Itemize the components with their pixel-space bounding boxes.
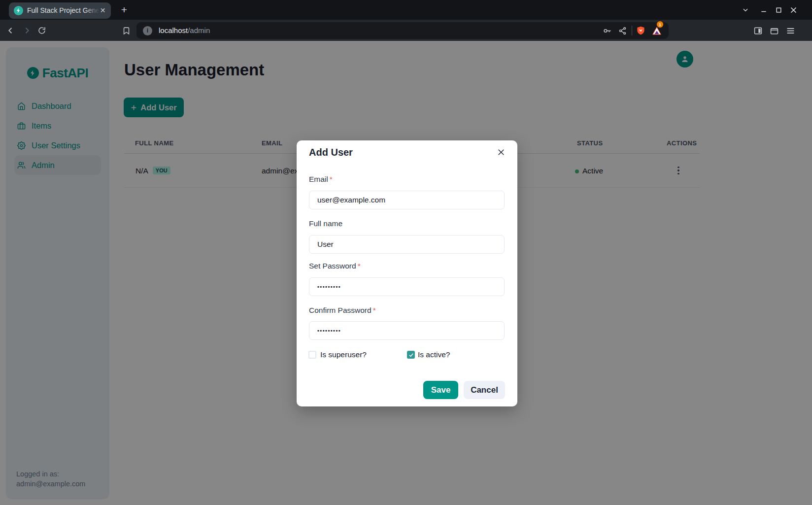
page-content: FastAPI Dashboard Items	[0, 41, 812, 505]
check-icon	[408, 352, 414, 358]
full-name-label: Full name	[309, 219, 342, 228]
browser-tab-bar: Full Stack Project Genera ✕ +	[0, 0, 812, 20]
is-superuser-label: Is superuser?	[320, 350, 367, 359]
browser-toolbar: i localhost/admin 1	[0, 20, 812, 41]
wallet-icon[interactable]	[769, 26, 779, 35]
bookmark-icon[interactable]	[121, 26, 131, 35]
share-icon[interactable]	[617, 26, 627, 35]
full-name-field[interactable]	[309, 235, 505, 254]
tab-search-chevron-icon[interactable]	[740, 4, 751, 15]
cancel-button[interactable]: Cancel	[464, 381, 505, 399]
add-user-modal: Add User Email* Full name Set Password* …	[297, 140, 517, 406]
brave-shield-icon[interactable]	[636, 26, 645, 35]
sidebar-toggle-icon[interactable]	[753, 26, 763, 35]
site-info-icon[interactable]: i	[143, 26, 152, 35]
browser-window: Full Stack Project Genera ✕ +	[0, 0, 812, 505]
window-minimize-button[interactable]	[758, 4, 769, 15]
required-marker: *	[373, 306, 376, 314]
email-label: Email*	[309, 175, 333, 184]
browser-tab[interactable]: Full Stack Project Genera ✕	[9, 2, 111, 19]
window-maximize-button[interactable]	[773, 4, 784, 15]
confirm-password-label: Confirm Password*	[309, 306, 376, 315]
required-marker: *	[358, 262, 361, 270]
reload-button[interactable]	[37, 26, 47, 35]
is-active-label: Is active?	[418, 350, 450, 359]
required-marker: *	[330, 175, 333, 183]
forward-button[interactable]	[22, 26, 32, 35]
set-password-field[interactable]	[309, 277, 505, 296]
address-bar[interactable]: i localhost/admin 1	[136, 22, 669, 39]
url-text: localhost/admin	[159, 26, 210, 34]
menu-hamburger-icon[interactable]	[785, 26, 795, 35]
set-password-label: Set Password*	[309, 262, 361, 270]
save-button[interactable]: Save	[423, 381, 458, 399]
is-superuser-checkbox[interactable]	[308, 351, 316, 359]
checkbox-row: Is superuser? Is active?	[297, 350, 517, 360]
new-tab-button[interactable]: +	[118, 4, 130, 16]
confirm-password-field[interactable]	[309, 321, 505, 340]
back-button[interactable]	[6, 26, 16, 35]
toolbar-divider	[632, 26, 632, 35]
modal-close-icon[interactable]	[496, 147, 507, 158]
window-close-button[interactable]	[788, 4, 799, 15]
email-field[interactable]	[309, 191, 505, 209]
password-key-icon[interactable]	[602, 26, 612, 35]
modal-title: Add User	[309, 147, 353, 158]
fastapi-favicon-icon	[14, 6, 23, 15]
is-active-checkbox[interactable]	[407, 351, 415, 359]
tab-close-icon[interactable]: ✕	[99, 6, 107, 15]
rewards-notification-badge[interactable]: 1	[656, 21, 664, 28]
